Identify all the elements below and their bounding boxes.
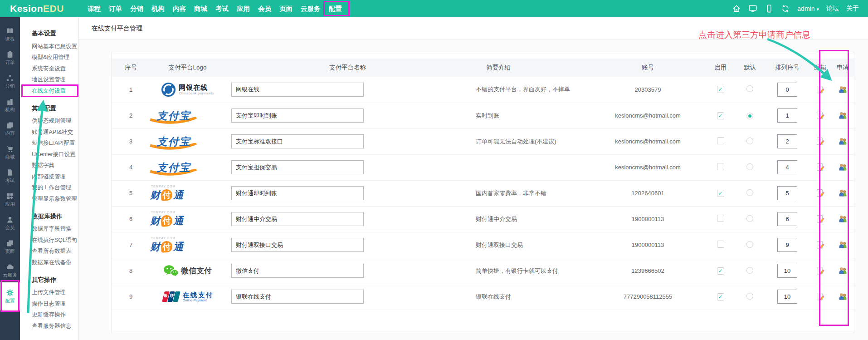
edit-icon[interactable] [816, 292, 824, 301]
apply-merchant-icon[interactable] [839, 292, 847, 301]
user-menu[interactable]: admin [797, 5, 819, 12]
sidebar-item[interactable]: 系统安全设置 [32, 63, 78, 74]
sort-order-input[interactable] [777, 108, 797, 123]
platform-name-input[interactable] [231, 290, 364, 304]
rail-item-mall[interactable]: 商城 [0, 141, 20, 164]
sidebar-item[interactable]: 网站基本信息设置 [32, 41, 78, 52]
link-forum[interactable]: 论坛 [826, 5, 839, 13]
sidebar-item[interactable]: 地区设置管理 [32, 74, 78, 86]
sidebar-item[interactable]: 管理显示条数管理 [32, 193, 78, 205]
sidebar-item[interactable]: 伪静态规则管理 [32, 116, 78, 127]
sidebar-item[interactable]: 模型&应用管理 [32, 52, 78, 64]
default-radio[interactable] [746, 189, 753, 196]
platform-name-input[interactable] [231, 264, 364, 278]
nav-item-mall[interactable]: 商城 [190, 0, 211, 17]
apply-merchant-icon[interactable] [839, 189, 847, 197]
apply-merchant-icon[interactable] [839, 215, 847, 223]
sidebar-item[interactable]: 短信接口API配置 [32, 138, 78, 149]
sidebar-item[interactable]: 账号通API&社交 [32, 127, 78, 138]
sort-order-input[interactable] [777, 290, 797, 304]
enabled-checkbox[interactable] [717, 267, 724, 275]
refresh-icon[interactable] [781, 4, 790, 13]
platform-name-input[interactable] [231, 212, 364, 226]
sort-order-input[interactable] [777, 83, 797, 97]
enabled-checkbox[interactable] [717, 163, 724, 170]
rail-item-content[interactable]: 内容 [0, 117, 20, 141]
sort-order-input[interactable] [777, 186, 797, 200]
edit-icon[interactable] [816, 137, 824, 146]
default-radio[interactable] [746, 241, 753, 248]
sidebar-item[interactable]: 操作日志管理 [32, 298, 78, 310]
rail-item-orders[interactable]: 订单 [0, 46, 20, 70]
rail-item-organization[interactable]: 机构 [0, 94, 20, 117]
edit-icon[interactable] [816, 163, 824, 172]
sidebar-item[interactable]: 数据字典 [32, 160, 78, 172]
home-icon[interactable] [732, 4, 741, 13]
sort-order-input[interactable] [777, 160, 797, 174]
link-about[interactable]: 关于 [846, 5, 859, 13]
sidebar-item[interactable]: 更新缓存操作 [32, 310, 78, 321]
nav-item-members[interactable]: 会员 [254, 0, 275, 17]
sort-order-input[interactable] [777, 264, 797, 278]
sidebar-item[interactable]: 在线执行SQL语句 [32, 235, 78, 246]
nav-item-exam[interactable]: 考试 [211, 0, 233, 17]
apply-merchant-icon[interactable] [839, 241, 847, 249]
edit-icon[interactable] [816, 215, 824, 223]
enabled-checkbox[interactable] [717, 86, 724, 93]
enabled-checkbox[interactable] [717, 190, 724, 197]
rail-item-pages[interactable]: 页面 [0, 235, 20, 259]
nav-item-config[interactable]: 配置 [325, 0, 346, 17]
rail-item-members[interactable]: 会员 [0, 212, 20, 235]
enabled-checkbox[interactable] [717, 137, 724, 144]
nav-item-distribution[interactable]: 分销 [126, 0, 147, 17]
default-radio[interactable] [746, 85, 753, 92]
apply-merchant-icon[interactable] [839, 137, 847, 146]
sidebar-item[interactable]: 内部链接管理 [32, 171, 78, 182]
nav-item-cloud[interactable]: 云服务 [297, 0, 325, 17]
sort-order-input[interactable] [777, 134, 797, 148]
nav-item-content[interactable]: 内容 [169, 0, 190, 17]
sort-order-input[interactable] [777, 212, 797, 226]
sort-order-input[interactable] [777, 238, 797, 252]
rail-item-exam[interactable]: 考试 [0, 164, 20, 188]
mobile-icon[interactable] [765, 4, 774, 13]
default-radio[interactable] [746, 293, 753, 300]
sidebar-item[interactable]: 数据库在线备份 [32, 257, 78, 268]
enabled-checkbox[interactable] [717, 215, 724, 222]
sidebar-item[interactable]: 我的工作台管理 [32, 182, 78, 194]
rail-item-apps[interactable]: 应用 [0, 188, 20, 212]
nav-item-organization[interactable]: 机构 [147, 0, 169, 17]
apply-merchant-icon[interactable] [839, 85, 847, 94]
apply-merchant-icon[interactable] [839, 266, 847, 275]
nav-item-orders[interactable]: 订单 [105, 0, 126, 17]
default-radio[interactable] [746, 113, 753, 119]
enabled-checkbox[interactable] [717, 112, 724, 119]
platform-name-input[interactable] [231, 108, 364, 123]
platform-name-input[interactable] [231, 238, 364, 252]
edit-icon[interactable] [816, 266, 824, 275]
sidebar-item[interactable]: 数据库字段替换 [32, 224, 78, 235]
platform-name-input[interactable] [231, 160, 364, 174]
rail-item-courses[interactable]: 课程 [0, 23, 20, 46]
default-radio[interactable] [746, 138, 753, 144]
platform-name-input[interactable] [231, 134, 364, 148]
platform-name-input[interactable] [231, 186, 364, 200]
enabled-checkbox[interactable] [717, 241, 724, 248]
default-radio[interactable] [746, 215, 753, 222]
edit-icon[interactable] [816, 241, 824, 249]
default-radio[interactable] [746, 267, 753, 274]
sidebar-item[interactable]: 在线支付设置 [32, 85, 78, 97]
nav-item-apps[interactable]: 应用 [233, 0, 254, 17]
sidebar-item[interactable]: 查看所有数据表 [32, 246, 78, 257]
nav-item-courses[interactable]: 课程 [83, 0, 105, 17]
desktop-icon[interactable] [748, 4, 757, 13]
enabled-checkbox[interactable] [717, 293, 724, 301]
platform-name-input[interactable] [231, 83, 364, 97]
rail-item-config[interactable]: 配置 [0, 282, 20, 310]
default-radio[interactable] [746, 163, 753, 170]
rail-item-cloud[interactable]: 云服务 [0, 259, 20, 282]
edit-icon[interactable] [816, 111, 824, 120]
edit-icon[interactable] [816, 85, 824, 94]
apply-merchant-icon[interactable] [839, 111, 847, 120]
edit-icon[interactable] [816, 189, 824, 197]
